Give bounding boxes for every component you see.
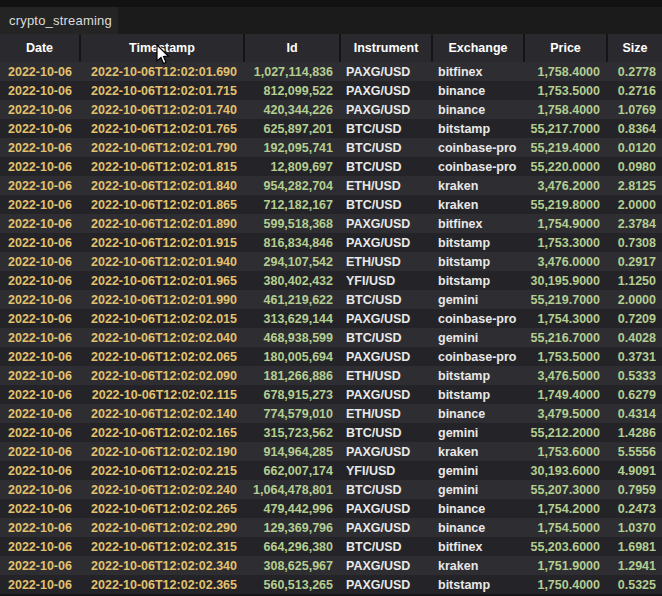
cell-date[interactable]: 2022-10-06 xyxy=(0,81,80,100)
cell-exchange[interactable]: binance xyxy=(432,81,524,100)
cell-size[interactable]: 0.7959 xyxy=(607,480,662,499)
cell-date[interactable]: 2022-10-06 xyxy=(0,537,80,556)
cell-size[interactable]: 0.5325 xyxy=(607,575,662,594)
cell-instrument[interactable]: BTC/USD xyxy=(340,290,432,309)
column-header-timestamp[interactable]: Timestamp xyxy=(80,34,244,62)
table-row[interactable]: 2022-10-062022-10-06T12:02:02.090181,266… xyxy=(0,366,662,385)
cell-exchange[interactable]: bitstamp xyxy=(432,119,524,138)
cell-id[interactable]: 180,005,694 xyxy=(244,347,340,366)
cell-timestamp[interactable]: 2022-10-06T12:02:02.315 xyxy=(80,537,244,556)
cell-exchange[interactable]: bitstamp xyxy=(432,575,524,594)
table-row[interactable]: 2022-10-062022-10-06T12:02:02.190914,964… xyxy=(0,442,662,461)
cell-exchange[interactable]: bitstamp xyxy=(432,233,524,252)
cell-price[interactable]: 55,212.2000 xyxy=(524,423,607,442)
cell-size[interactable]: 5.5556 xyxy=(607,442,662,461)
cell-instrument[interactable]: PAXG/USD xyxy=(340,518,432,537)
table-row[interactable]: 2022-10-062022-10-06T12:02:02.290129,369… xyxy=(0,518,662,537)
cell-date[interactable]: 2022-10-06 xyxy=(0,518,80,537)
cell-timestamp[interactable]: 2022-10-06T12:02:02.040 xyxy=(80,328,244,347)
cell-id[interactable]: 181,266,886 xyxy=(244,366,340,385)
column-header-date[interactable]: Date xyxy=(0,34,80,62)
cell-instrument[interactable]: PAXG/USD xyxy=(340,499,432,518)
cell-timestamp[interactable]: 2022-10-06T12:02:01.715 xyxy=(80,81,244,100)
column-header-exchange[interactable]: Exchange xyxy=(432,34,524,62)
cell-id[interactable]: 625,897,201 xyxy=(244,119,340,138)
cell-exchange[interactable]: bitfinex xyxy=(432,537,524,556)
cell-date[interactable]: 2022-10-06 xyxy=(0,252,80,271)
cell-date[interactable]: 2022-10-06 xyxy=(0,290,80,309)
cell-size[interactable]: 0.7209 xyxy=(607,309,662,328)
cell-date[interactable]: 2022-10-06 xyxy=(0,119,80,138)
cell-instrument[interactable]: YFI/USD xyxy=(340,461,432,480)
cell-price[interactable]: 3,476.0000 xyxy=(524,252,607,271)
cell-id[interactable]: 712,182,167 xyxy=(244,195,340,214)
cell-date[interactable]: 2022-10-06 xyxy=(0,214,80,233)
cell-exchange[interactable]: binance xyxy=(432,404,524,423)
cell-price[interactable]: 1,754.5000 xyxy=(524,518,607,537)
cell-timestamp[interactable]: 2022-10-06T12:02:02.190 xyxy=(80,442,244,461)
cell-date[interactable]: 2022-10-06 xyxy=(0,556,80,575)
cell-id[interactable]: 560,513,265 xyxy=(244,575,340,594)
cell-instrument[interactable]: PAXG/USD xyxy=(340,309,432,328)
cell-exchange[interactable]: gemini xyxy=(432,328,524,347)
cell-timestamp[interactable]: 2022-10-06T12:02:02.115 xyxy=(80,385,244,404)
cell-size[interactable]: 2.0000 xyxy=(607,290,662,309)
cell-timestamp[interactable]: 2022-10-06T12:02:02.240 xyxy=(80,480,244,499)
table-row[interactable]: 2022-10-062022-10-06T12:02:01.840954,282… xyxy=(0,176,662,195)
cell-exchange[interactable]: coinbase-pro xyxy=(432,347,524,366)
cell-exchange[interactable]: coinbase-pro xyxy=(432,309,524,328)
cell-id[interactable]: 313,629,144 xyxy=(244,309,340,328)
column-header-instrument[interactable]: Instrument xyxy=(340,34,432,62)
cell-date[interactable]: 2022-10-06 xyxy=(0,423,80,442)
cell-size[interactable]: 0.2778 xyxy=(607,62,662,81)
cell-exchange[interactable]: gemini xyxy=(432,461,524,480)
cell-timestamp[interactable]: 2022-10-06T12:02:02.065 xyxy=(80,347,244,366)
cell-size[interactable]: 0.4314 xyxy=(607,404,662,423)
cell-timestamp[interactable]: 2022-10-06T12:02:02.140 xyxy=(80,404,244,423)
column-header-id[interactable]: Id xyxy=(244,34,340,62)
table-row[interactable]: 2022-10-062022-10-06T12:02:01.6901,027,1… xyxy=(0,62,662,81)
cell-exchange[interactable]: coinbase-pro xyxy=(432,138,524,157)
cell-date[interactable]: 2022-10-06 xyxy=(0,195,80,214)
cell-date[interactable]: 2022-10-06 xyxy=(0,157,80,176)
cell-instrument[interactable]: ETH/USD xyxy=(340,176,432,195)
table-row[interactable]: 2022-10-062022-10-06T12:02:02.215662,007… xyxy=(0,461,662,480)
cell-date[interactable]: 2022-10-06 xyxy=(0,366,80,385)
cell-timestamp[interactable]: 2022-10-06T12:02:01.740 xyxy=(80,100,244,119)
cell-size[interactable]: 1.1250 xyxy=(607,271,662,290)
cell-instrument[interactable]: PAXG/USD xyxy=(340,442,432,461)
cell-timestamp[interactable]: 2022-10-06T12:02:01.790 xyxy=(80,138,244,157)
cell-id[interactable]: 294,107,542 xyxy=(244,252,340,271)
cell-instrument[interactable]: ETH/USD xyxy=(340,252,432,271)
cell-timestamp[interactable]: 2022-10-06T12:02:01.890 xyxy=(80,214,244,233)
cell-price[interactable]: 3,476.2000 xyxy=(524,176,607,195)
cell-price[interactable]: 55,217.7000 xyxy=(524,119,607,138)
cell-price[interactable]: 1,753.5000 xyxy=(524,81,607,100)
cell-date[interactable]: 2022-10-06 xyxy=(0,480,80,499)
table-row[interactable]: 2022-10-062022-10-06T12:02:02.040468,938… xyxy=(0,328,662,347)
cell-price[interactable]: 55,203.6000 xyxy=(524,537,607,556)
cell-id[interactable]: 1,027,114,836 xyxy=(244,62,340,81)
cell-instrument[interactable]: YFI/USD xyxy=(340,271,432,290)
cell-exchange[interactable]: binance xyxy=(432,499,524,518)
cell-exchange[interactable]: kraken xyxy=(432,442,524,461)
cell-instrument[interactable]: BTC/USD xyxy=(340,119,432,138)
cell-price[interactable]: 55,219.7000 xyxy=(524,290,607,309)
cell-id[interactable]: 12,809,697 xyxy=(244,157,340,176)
cell-id[interactable]: 662,007,174 xyxy=(244,461,340,480)
cell-date[interactable]: 2022-10-06 xyxy=(0,271,80,290)
table-row[interactable]: 2022-10-062022-10-06T12:02:01.765625,897… xyxy=(0,119,662,138)
cell-size[interactable]: 0.6279 xyxy=(607,385,662,404)
cell-size[interactable]: 2.8125 xyxy=(607,176,662,195)
cell-price[interactable]: 1,753.6000 xyxy=(524,442,607,461)
cell-timestamp[interactable]: 2022-10-06T12:02:02.090 xyxy=(80,366,244,385)
cell-timestamp[interactable]: 2022-10-06T12:02:02.015 xyxy=(80,309,244,328)
cell-date[interactable]: 2022-10-06 xyxy=(0,442,80,461)
cell-price[interactable]: 3,479.5000 xyxy=(524,404,607,423)
cell-instrument[interactable]: BTC/USD xyxy=(340,480,432,499)
cell-exchange[interactable]: bitstamp xyxy=(432,252,524,271)
table-row[interactable]: 2022-10-062022-10-06T12:02:01.740420,344… xyxy=(0,100,662,119)
cell-timestamp[interactable]: 2022-10-06T12:02:01.965 xyxy=(80,271,244,290)
cell-size[interactable]: 0.2716 xyxy=(607,81,662,100)
cell-size[interactable]: 0.0120 xyxy=(607,138,662,157)
